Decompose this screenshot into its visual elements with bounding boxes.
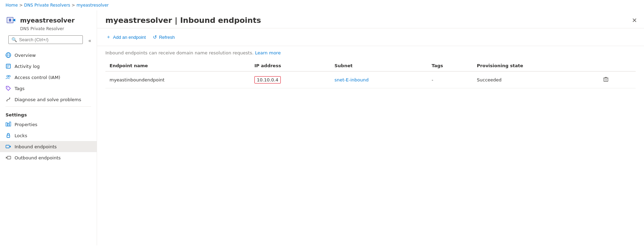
sidebar-item-overview[interactable]: Overview — [0, 50, 97, 61]
sidebar: myeastresolver DNS Private Resolver 🔍 « … — [0, 10, 97, 245]
sidebar-item-outbound-endpoints[interactable]: Outbound endpoints — [0, 152, 97, 163]
sidebar-item-tags-label: Tags — [15, 86, 25, 91]
settings-divider — [6, 106, 91, 107]
svg-rect-17 — [9, 122, 11, 126]
resource-header-section: myeastresolver DNS Private Resolver — [0, 10, 97, 34]
resource-icon — [6, 15, 17, 26]
endpoints-table: Endpoint name IP address Subnet Tags Pro… — [105, 60, 636, 88]
table-header: Endpoint name IP address Subnet Tags Pro… — [105, 60, 636, 71]
svg-rect-19 — [6, 145, 9, 148]
refresh-label: Refresh — [159, 35, 175, 40]
info-bar: Inbound endpoints can receive domain nam… — [97, 46, 644, 60]
settings-section-label: Settings — [0, 108, 97, 119]
refresh-icon: ↺ — [153, 34, 157, 40]
resource-title-row: myeastresolver — [6, 15, 91, 26]
table-row: myeastinboundendpoint 10.10.0.4 snet-E-i… — [105, 71, 636, 88]
close-button[interactable]: ✕ — [630, 16, 638, 25]
search-box[interactable]: 🔍 — [8, 35, 83, 44]
delete-icon — [603, 77, 609, 82]
add-endpoint-button[interactable]: ＋ Add an endpoint — [105, 33, 147, 42]
sidebar-item-inbound-endpoints-label: Inbound endpoints — [15, 144, 57, 149]
row-actions-cell — [598, 71, 636, 88]
svg-rect-1 — [9, 19, 11, 21]
activity-log-icon — [6, 63, 11, 69]
tags-icon — [6, 86, 11, 91]
sidebar-item-outbound-endpoints-label: Outbound endpoints — [15, 155, 61, 160]
sidebar-item-locks[interactable]: Locks — [0, 130, 97, 141]
resource-name: myeastresolver — [20, 17, 75, 24]
add-endpoint-label: Add an endpoint — [113, 35, 146, 40]
svg-rect-23 — [604, 78, 608, 81]
breadcrumb-dns-private-resolvers[interactable]: DNS Private Resolvers — [24, 3, 70, 8]
sidebar-item-locks-label: Locks — [15, 133, 27, 138]
subnet-link[interactable]: snet-E-inbound — [334, 77, 369, 82]
globe-icon — [6, 52, 11, 58]
resource-type: DNS Private Resolver — [6, 26, 91, 31]
search-input[interactable] — [19, 37, 80, 42]
action-bar: ＋ Add an endpoint ↺ Refresh — [97, 28, 644, 46]
page-header: myeastresolver | Inbound endpoints — [97, 10, 644, 28]
endpoints-table-container: Endpoint name IP address Subnet Tags Pro… — [97, 60, 644, 88]
sidebar-item-activity-log[interactable]: Activity log — [0, 61, 97, 72]
sidebar-item-tags[interactable]: Tags — [0, 83, 97, 94]
sidebar-item-properties-label: Properties — [15, 122, 37, 127]
refresh-button[interactable]: ↺ Refresh — [152, 33, 176, 41]
sidebar-item-diagnose-label: Diagnose and solve problems — [15, 97, 81, 102]
svg-rect-21 — [7, 156, 11, 159]
col-endpoint-name: Endpoint name — [105, 60, 250, 71]
col-provisioning-state: Provisioning state — [473, 60, 598, 71]
breadcrumb-current: myeastresolver — [77, 3, 109, 8]
col-tags: Tags — [427, 60, 472, 71]
col-subnet: Subnet — [330, 60, 427, 71]
svg-rect-16 — [8, 123, 9, 126]
col-ip-address: IP address — [250, 60, 330, 71]
svg-rect-15 — [6, 123, 7, 126]
locks-icon — [6, 133, 11, 138]
endpoint-name-cell: myeastinboundendpoint — [105, 71, 250, 88]
ip-address-cell: 10.10.0.4 — [250, 71, 330, 88]
svg-point-14 — [9, 98, 10, 99]
svg-point-12 — [7, 87, 8, 88]
add-icon: ＋ — [106, 34, 111, 40]
breadcrumb-home[interactable]: Home — [6, 3, 18, 8]
sidebar-item-iam-label: Access control (IAM) — [15, 75, 60, 80]
col-actions — [598, 60, 636, 71]
sidebar-item-activity-log-label: Activity log — [15, 64, 40, 69]
main-content: ✕ myeastresolver | Inbound endpoints ＋ A… — [97, 10, 644, 245]
search-icon: 🔍 — [11, 37, 17, 42]
info-text: Inbound endpoints can receive domain nam… — [105, 50, 254, 55]
outbound-endpoints-icon — [6, 155, 11, 160]
svg-point-13 — [7, 100, 8, 102]
tags-cell: - — [427, 71, 472, 88]
properties-icon — [6, 122, 11, 127]
sidebar-item-overview-label: Overview — [15, 53, 36, 58]
provisioning-state-cell: Succeeded — [473, 71, 598, 88]
collapse-sidebar-button[interactable]: « — [87, 36, 93, 45]
iam-icon — [6, 74, 11, 80]
sidebar-item-properties[interactable]: Properties — [0, 119, 97, 130]
sidebar-item-diagnose[interactable]: Diagnose and solve problems — [0, 94, 97, 105]
learn-more-link[interactable]: Learn more — [255, 50, 281, 55]
delete-button[interactable] — [602, 75, 610, 85]
inbound-endpoints-icon — [6, 144, 11, 149]
diagnose-icon — [6, 97, 11, 102]
ip-address-value: 10.10.0.4 — [254, 76, 281, 84]
svg-point-10 — [7, 76, 9, 77]
sidebar-item-inbound-endpoints[interactable]: Inbound endpoints — [0, 141, 97, 152]
table-body: myeastinboundendpoint 10.10.0.4 snet-E-i… — [105, 71, 636, 88]
sidebar-item-access-control[interactable]: Access control (IAM) — [0, 72, 97, 83]
svg-point-11 — [9, 76, 10, 77]
svg-rect-18 — [7, 135, 10, 138]
subnet-cell: snet-E-inbound — [330, 71, 427, 88]
breadcrumb: Home > DNS Private Resolvers > myeastres… — [0, 0, 644, 10]
